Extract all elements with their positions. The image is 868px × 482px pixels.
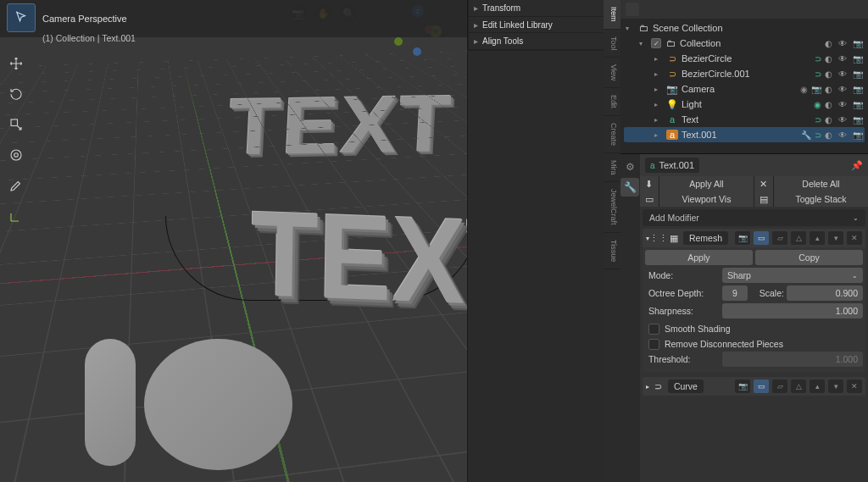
sharpness-label: Sharpness: bbox=[645, 303, 720, 319]
toggle-stack-button[interactable]: Toggle Stack bbox=[774, 191, 868, 207]
ntab-item[interactable]: Item bbox=[604, 0, 620, 30]
modifier-name-field[interactable]: Remesh bbox=[683, 231, 728, 245]
octree-field[interactable]: 9 bbox=[722, 285, 748, 301]
svg-point-1 bbox=[11, 150, 21, 160]
outliner-scene-collection[interactable]: ▾🗀 Scene Collection bbox=[624, 20, 865, 36]
mesh-blob-2[interactable] bbox=[144, 339, 292, 470]
modifier-apply-button[interactable]: Apply bbox=[645, 250, 753, 265]
view-title: Camera Perspective bbox=[42, 14, 127, 24]
outliner-item-camera[interactable]: ▸📷 Camera◉📷 ◐👁📷 bbox=[624, 81, 865, 97]
mod-move-down[interactable]: ▾ bbox=[828, 231, 843, 245]
ntab-view[interactable]: View bbox=[604, 58, 620, 88]
mode-label: Mode: bbox=[645, 268, 720, 283]
curve-mod-icon: ⊃ bbox=[653, 380, 665, 392]
restrict-viewport-icon[interactable]: 👁 bbox=[838, 39, 847, 48]
panel-align[interactable]: ▸Align Tools bbox=[469, 33, 604, 50]
mod-show-edit[interactable]: ▱ bbox=[772, 380, 787, 393]
delete-all-button[interactable]: Delete All bbox=[774, 176, 868, 191]
mod-show-viewport[interactable]: ▭ bbox=[754, 380, 769, 393]
mod-show-render[interactable]: 📷 bbox=[735, 231, 750, 245]
text-icon: a bbox=[666, 114, 678, 125]
curve-icon: ⊃ bbox=[666, 53, 678, 64]
outliner-item-beziercircle001[interactable]: ▸⊃ BezierCircle.001⊃ ◐👁📷 bbox=[624, 66, 865, 81]
mesh-blob-1[interactable] bbox=[85, 339, 136, 466]
modifier-copy-button[interactable]: Copy bbox=[755, 250, 863, 265]
viewport-3d[interactable]: TEXT TEXT Camera Perspective (1) Collect… bbox=[0, 0, 468, 482]
text-object-curved[interactable]: TEXT bbox=[250, 183, 468, 334]
transform-tool[interactable] bbox=[3, 142, 29, 168]
ntab-jewelcraft[interactable]: JewelCraft bbox=[604, 182, 620, 233]
camera-icon: 📷 bbox=[666, 84, 678, 95]
remesh-icon: ▦ bbox=[668, 232, 680, 244]
rotate-tool[interactable] bbox=[3, 81, 29, 107]
outliner-item-text001[interactable]: ▸a Text.001🔧⊃ ◐👁📷 bbox=[624, 127, 865, 142]
scale-label: Scale: bbox=[750, 285, 784, 301]
mod-show-viewport[interactable]: ▭ bbox=[754, 231, 769, 245]
outliner-display-mode[interactable] bbox=[626, 3, 639, 16]
light-icon: 💡 bbox=[666, 99, 678, 110]
toggle-stack-icon[interactable]: ▤ bbox=[754, 191, 773, 207]
mod-show-edit[interactable]: ▱ bbox=[772, 231, 787, 245]
smooth-shading-checkbox[interactable]: Smooth Shading bbox=[645, 321, 863, 336]
ntab-tissue[interactable]: Tissue bbox=[604, 233, 620, 269]
text-object-flat[interactable]: TEXT bbox=[226, 77, 454, 174]
threshold-field: 1.000 bbox=[722, 352, 863, 367]
mod-show-render[interactable]: 📷 bbox=[735, 380, 750, 393]
view-subtitle: (1) Collection | Text.001 bbox=[42, 33, 136, 43]
panel-transform[interactable]: ▸Transform bbox=[469, 0, 604, 17]
mod-show-cage[interactable]: △ bbox=[791, 380, 806, 393]
panel-edit-linked[interactable]: ▸Edit Linked Library bbox=[469, 17, 604, 34]
mod-move-down[interactable]: ▾ bbox=[828, 380, 843, 393]
octree-label: Octree Depth: bbox=[645, 285, 720, 301]
text-icon: a bbox=[650, 161, 655, 170]
threshold-label: Threshold: bbox=[645, 352, 720, 367]
add-modifier-dropdown[interactable]: Add Modifier⌄ bbox=[643, 209, 865, 226]
ntab-create[interactable]: Create bbox=[604, 116, 620, 153]
svg-rect-0 bbox=[11, 119, 18, 126]
remove-disconnected-checkbox[interactable]: Remove Disconnected Pieces bbox=[645, 336, 863, 352]
annotate-tool[interactable] bbox=[3, 173, 29, 198]
proptab-modifier[interactable]: 🔧 bbox=[620, 178, 639, 197]
restrict-render-icon[interactable]: 📷 bbox=[853, 39, 863, 48]
drag-icon[interactable]: ⋮⋮ bbox=[653, 232, 665, 244]
ntab-edit[interactable]: Edit bbox=[604, 88, 620, 116]
select-tool-button[interactable] bbox=[7, 3, 36, 32]
viewport-vis-button[interactable]: Viewport Vis bbox=[659, 191, 754, 207]
scale-tool[interactable] bbox=[3, 112, 29, 137]
measure-tool[interactable] bbox=[3, 203, 29, 229]
svg-point-2 bbox=[14, 153, 19, 158]
mod-move-up[interactable]: ▴ bbox=[810, 380, 825, 393]
mode-dropdown[interactable]: Sharp⌄ bbox=[722, 268, 863, 283]
mod-delete[interactable]: ✕ bbox=[847, 380, 862, 393]
proptab-render[interactable]: ⚙ bbox=[620, 158, 639, 176]
delete-all-icon[interactable]: ✕ bbox=[754, 176, 773, 191]
modifier-curve-header[interactable]: ▸ ⊃ Curve 📷 ▭ ▱ △ ▴ ▾ ✕ bbox=[643, 377, 865, 396]
outliner-collection[interactable]: ▾✓🗀 Collection ◐👁📷 bbox=[624, 36, 865, 51]
restrict-select-icon[interactable]: ◐ bbox=[825, 39, 832, 48]
gizmo-neg-z-icon[interactable] bbox=[413, 47, 421, 56]
viewport-vis-icon[interactable]: ▭ bbox=[640, 191, 659, 207]
apply-all-button[interactable]: Apply All bbox=[659, 176, 754, 191]
move-tool[interactable] bbox=[3, 51, 29, 76]
ntab-mira[interactable]: Mira bbox=[604, 153, 620, 183]
outliner-item-beziercircle[interactable]: ▸⊃ BezierCircle⊃ ◐👁📷 bbox=[624, 51, 865, 66]
curve-icon: ⊃ bbox=[666, 69, 678, 80]
text-icon: a bbox=[666, 130, 678, 140]
modifier-remesh-header[interactable]: ▾ ⋮⋮ ▦ Remesh 📷 ▭ ▱ △ ▴ ▾ ✕ bbox=[643, 229, 865, 247]
outliner[interactable]: ▾🗀 Scene Collection ▾✓🗀 Collection ◐👁📷 ▸… bbox=[620, 0, 868, 154]
ntab-tool[interactable]: Tool bbox=[604, 30, 620, 58]
mod-move-up[interactable]: ▴ bbox=[810, 231, 825, 245]
pin-icon[interactable]: 📌 bbox=[851, 160, 863, 171]
mod-delete[interactable]: ✕ bbox=[847, 231, 862, 245]
gizmo-neg-y-icon[interactable] bbox=[394, 37, 403, 46]
sharpness-field[interactable]: 1.000 bbox=[722, 303, 863, 319]
outliner-item-text[interactable]: ▸a Text⊃ ◐👁📷 bbox=[624, 112, 865, 127]
apply-all-icon[interactable]: ⬇ bbox=[640, 176, 659, 191]
outliner-item-light[interactable]: ▸💡 Light◉ ◐👁📷 bbox=[624, 97, 865, 112]
active-object-name: Text.001 bbox=[659, 160, 694, 170]
scale-field[interactable]: 0.900 bbox=[787, 285, 863, 301]
mod-show-cage[interactable]: △ bbox=[791, 231, 806, 245]
modifier-name-field[interactable]: Curve bbox=[668, 380, 704, 393]
